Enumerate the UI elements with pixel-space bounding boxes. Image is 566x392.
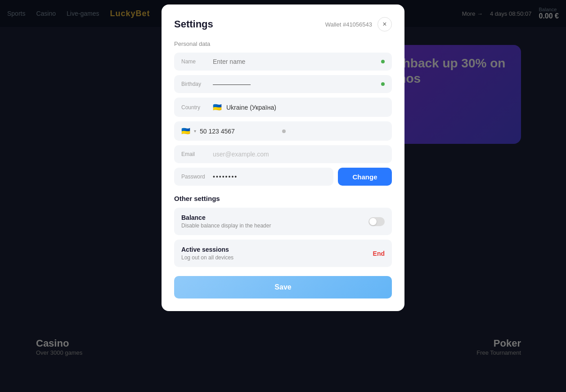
save-button[interactable]: Save [174,276,392,298]
password-label: Password [181,174,213,180]
end-sessions-button[interactable]: End [373,250,385,257]
password-row: Password •••••••• Change [174,168,392,186]
modal-title: Settings [174,18,213,30]
balance-setting-title: Balance [181,214,271,221]
wallet-info: Wallet #41056543 [325,21,372,28]
settings-modal: Settings Wallet #41056543 × Personal dat… [162,4,404,311]
sessions-setting-title: Active sessions [181,246,234,253]
balance-setting-desc: Disable balance display in the header [181,223,271,229]
email-input[interactable] [213,151,385,158]
country-content: 🇺🇦 Ukraine (Україна) [213,103,276,111]
name-input[interactable] [213,58,377,65]
country-label: Country [181,104,213,111]
phone-field: 🇺🇦 ▾ [174,121,392,141]
birthday-field: Birthday [174,75,392,93]
balance-card-content: Balance Disable balance display in the h… [181,214,271,229]
phone-chevron-icon[interactable]: ▾ [194,129,196,134]
country-field: Country 🇺🇦 Ukraine (Україна) [174,98,392,117]
password-field: Password •••••••• [174,168,333,186]
balance-toggle[interactable] [368,217,385,226]
change-password-button[interactable]: Change [338,168,392,186]
country-value: Ukraine (Україна) [226,104,276,111]
birthday-label: Birthday [181,81,213,87]
sessions-setting-card: Active sessions Log out on all devices E… [174,240,392,267]
name-field: Name [174,53,392,71]
name-label: Name [181,58,213,65]
phone-input[interactable] [200,128,279,135]
email-field: Email [174,145,392,163]
name-indicator [381,60,385,63]
email-label: Email [181,151,213,157]
sessions-setting-desc: Log out on all devices [181,254,234,261]
other-settings-label: Other settings [174,195,392,202]
phone-content: 🇺🇦 ▾ [181,127,279,135]
balance-setting-card: Balance Disable balance display in the h… [174,208,392,235]
birthday-indicator [381,82,385,86]
password-dots: •••••••• [213,173,238,180]
modal-header: Settings Wallet #41056543 × [174,17,392,31]
personal-data-label: Personal data [174,40,392,47]
phone-flag: 🇺🇦 [181,127,190,135]
sessions-card-content: Active sessions Log out on all devices [181,246,234,261]
close-button[interactable]: × [377,17,392,31]
country-flag: 🇺🇦 [213,103,222,111]
phone-indicator [282,129,286,133]
modal-header-right: Wallet #41056543 × [325,17,392,31]
birthday-input[interactable] [213,80,377,88]
